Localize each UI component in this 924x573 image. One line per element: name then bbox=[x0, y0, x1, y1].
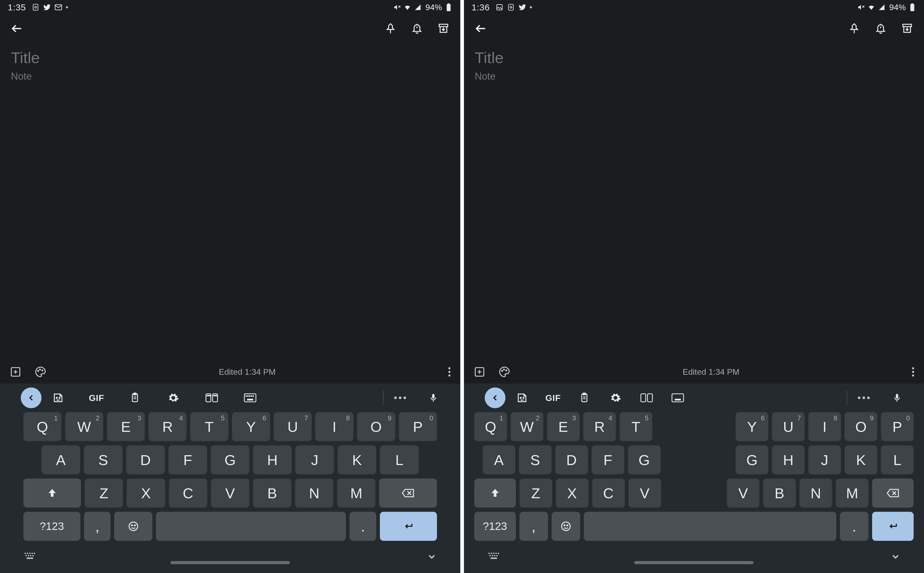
settings-icon[interactable] bbox=[609, 391, 622, 404]
key-g[interactable]: G bbox=[211, 445, 249, 474]
gif-button[interactable]: GIF bbox=[90, 391, 103, 404]
shift-key[interactable] bbox=[23, 479, 81, 507]
more-options-button[interactable] bbox=[911, 367, 915, 377]
key-t[interactable]: T5 bbox=[190, 412, 228, 441]
symbols-key[interactable]: ?123 bbox=[474, 512, 516, 541]
key-y[interactable]: Y6 bbox=[736, 412, 768, 441]
note-input[interactable] bbox=[475, 71, 913, 82]
comma-key[interactable]: , bbox=[84, 512, 111, 541]
key-v[interactable]: V bbox=[727, 479, 760, 507]
key-h[interactable]: H bbox=[772, 445, 805, 474]
space-key[interactable] bbox=[584, 512, 836, 541]
key-d[interactable]: D bbox=[555, 445, 588, 474]
mic-icon[interactable] bbox=[427, 391, 439, 404]
key-m[interactable]: M bbox=[337, 479, 375, 507]
gif-button[interactable]: GIF bbox=[547, 391, 560, 404]
emoji-key[interactable] bbox=[552, 512, 580, 541]
backspace-key[interactable] bbox=[872, 479, 914, 507]
key-y[interactable]: Y6 bbox=[232, 412, 270, 441]
key-e[interactable]: E3 bbox=[547, 412, 580, 441]
key-n[interactable]: N bbox=[799, 479, 832, 507]
key-l[interactable]: L bbox=[380, 445, 419, 474]
archive-button[interactable] bbox=[900, 22, 914, 36]
key-c[interactable]: C bbox=[169, 479, 207, 507]
shift-key[interactable] bbox=[474, 479, 516, 507]
pin-button[interactable] bbox=[383, 22, 397, 36]
symbols-key[interactable]: ?123 bbox=[23, 512, 80, 541]
enter-key[interactable] bbox=[380, 512, 437, 541]
comma-key[interactable]: , bbox=[519, 512, 548, 541]
split-keyboard-icon[interactable] bbox=[640, 391, 653, 404]
note-input[interactable] bbox=[11, 71, 449, 82]
key-i[interactable]: I8 bbox=[808, 412, 841, 441]
reminder-button[interactable] bbox=[410, 22, 424, 36]
key-r[interactable]: R4 bbox=[583, 412, 616, 441]
hide-keyboard-icon[interactable] bbox=[427, 551, 437, 562]
key-s[interactable]: S bbox=[519, 445, 552, 474]
kb-more-icon[interactable] bbox=[858, 391, 870, 404]
key-l[interactable]: L bbox=[881, 445, 914, 474]
pin-button[interactable] bbox=[847, 22, 861, 36]
key-p[interactable]: P0 bbox=[881, 412, 914, 441]
backspace-key[interactable] bbox=[379, 479, 437, 507]
key-c[interactable]: C bbox=[592, 479, 625, 507]
clipboard-icon[interactable] bbox=[129, 391, 141, 404]
key-h[interactable]: H bbox=[253, 445, 292, 474]
input-switcher-icon[interactable] bbox=[23, 551, 36, 562]
sticker-icon[interactable] bbox=[516, 391, 528, 404]
key-r[interactable]: R4 bbox=[149, 412, 186, 441]
key-b[interactable]: B bbox=[253, 479, 291, 507]
reminder-button[interactable] bbox=[874, 22, 888, 36]
key-p[interactable]: P0 bbox=[399, 412, 437, 441]
key-i[interactable]: I8 bbox=[315, 412, 353, 441]
clipboard-icon[interactable] bbox=[578, 391, 591, 404]
key-q[interactable]: Q1 bbox=[23, 412, 61, 441]
period-key[interactable]: . bbox=[840, 512, 868, 541]
key-f[interactable]: F bbox=[592, 445, 624, 474]
enter-key[interactable] bbox=[872, 512, 914, 541]
kb-collapse-button[interactable] bbox=[21, 387, 42, 408]
key-n[interactable]: N bbox=[295, 479, 333, 507]
key-j[interactable]: J bbox=[808, 445, 841, 474]
key-k[interactable]: K bbox=[844, 445, 877, 474]
add-content-button[interactable] bbox=[473, 366, 486, 378]
split-keyboard-icon[interactable] bbox=[205, 391, 218, 404]
emoji-key[interactable] bbox=[114, 512, 152, 541]
key-w[interactable]: W2 bbox=[65, 412, 103, 441]
key-k[interactable]: K bbox=[338, 445, 376, 474]
key-m[interactable]: M bbox=[836, 479, 868, 507]
gesture-pill[interactable] bbox=[634, 561, 754, 564]
title-input[interactable] bbox=[475, 49, 913, 67]
key-a[interactable]: A bbox=[42, 445, 80, 474]
key-e[interactable]: E3 bbox=[107, 412, 145, 441]
title-input[interactable] bbox=[11, 49, 449, 67]
archive-button[interactable] bbox=[436, 22, 450, 36]
key-u[interactable]: U7 bbox=[772, 412, 805, 441]
key-o[interactable]: O9 bbox=[844, 412, 877, 441]
settings-icon[interactable] bbox=[167, 391, 180, 404]
sticker-icon[interactable] bbox=[52, 391, 64, 404]
input-switcher-icon[interactable] bbox=[487, 551, 500, 562]
space-key[interactable] bbox=[156, 512, 346, 541]
key-g[interactable]: G bbox=[736, 445, 768, 474]
kb-collapse-button[interactable] bbox=[485, 387, 505, 408]
floating-keyboard-icon[interactable] bbox=[672, 391, 684, 404]
key-u[interactable]: U7 bbox=[274, 412, 312, 441]
key-g[interactable]: G bbox=[628, 445, 661, 474]
key-j[interactable]: J bbox=[295, 445, 334, 474]
key-a[interactable]: A bbox=[483, 445, 515, 474]
key-w[interactable]: W2 bbox=[511, 412, 543, 441]
key-t[interactable]: T5 bbox=[620, 412, 652, 441]
kb-more-icon[interactable] bbox=[394, 391, 406, 404]
key-s[interactable]: S bbox=[84, 445, 122, 474]
key-z[interactable]: Z bbox=[519, 479, 552, 507]
key-x[interactable]: X bbox=[127, 479, 165, 507]
add-content-button[interactable] bbox=[9, 366, 22, 378]
floating-keyboard-icon[interactable] bbox=[244, 391, 256, 404]
key-f[interactable]: F bbox=[169, 445, 207, 474]
key-z[interactable]: Z bbox=[84, 479, 123, 507]
key-b[interactable]: B bbox=[763, 479, 796, 507]
key-o[interactable]: O9 bbox=[357, 412, 395, 441]
period-key[interactable]: . bbox=[350, 512, 376, 541]
palette-button[interactable] bbox=[498, 366, 511, 378]
